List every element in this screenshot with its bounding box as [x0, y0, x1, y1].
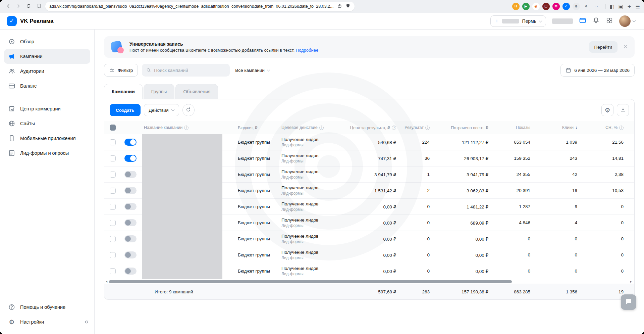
- balance-icon: [8, 82, 15, 90]
- ext-vk[interactable]: ✓: [562, 3, 570, 10]
- sidebar-item-mobile-apps[interactable]: Мобильные приложения: [4, 131, 90, 146]
- filter-button[interactable]: Фильтр: [104, 64, 138, 77]
- cpr-cell: 0,00 ₽: [348, 220, 399, 226]
- clicks-cell: 0: [533, 236, 580, 241]
- ext-globe[interactable]: ⊕: [573, 3, 580, 10]
- banner-close-button[interactable]: [623, 44, 629, 50]
- scroll-left-icon[interactable]: ◂: [106, 279, 107, 284]
- row-checkbox[interactable]: [104, 172, 119, 178]
- forward-button[interactable]: [14, 2, 23, 11]
- campaign-toggle[interactable]: [124, 155, 137, 162]
- sidebar-item-settings[interactable]: ⚙ Настройки: [4, 315, 90, 329]
- sidebar-item-lead-forms[interactable]: Лид-формы и опросы: [4, 146, 90, 160]
- row-checkbox[interactable]: [104, 155, 119, 161]
- campaign-toggle[interactable]: [124, 139, 137, 146]
- date-range-picker[interactable]: 6 янв 2026 — 28 мар 2026: [560, 64, 635, 77]
- actions-dropdown[interactable]: Действия: [144, 104, 179, 116]
- apps-grid-icon[interactable]: [606, 17, 613, 26]
- row-checkbox[interactable]: [104, 220, 119, 226]
- budget-cell: Бюджет группы: [234, 156, 278, 161]
- ext-card[interactable]: ▭: [593, 3, 600, 10]
- payment-card-icon[interactable]: [579, 17, 586, 26]
- result-cell: 224: [399, 140, 432, 145]
- column-header[interactable]: Потрачено всего, ₽: [432, 125, 491, 130]
- column-header[interactable]: Цена за результат, ₽: [348, 125, 399, 130]
- column-header[interactable]: Клики↓: [533, 125, 580, 130]
- campaign-toggle[interactable]: [124, 171, 137, 178]
- horizontal-scrollbar[interactable]: ◂ ▸: [104, 279, 634, 284]
- ext-play[interactable]: ▶: [522, 3, 530, 10]
- sidebar-collapse-button[interactable]: [84, 319, 90, 326]
- row-checkbox[interactable]: [104, 204, 119, 210]
- campaign-scope-select[interactable]: Все кампании: [234, 68, 271, 73]
- table-settings-button[interactable]: ⚙: [601, 104, 613, 116]
- cr-cell: 0: [580, 220, 634, 225]
- menu-icon[interactable]: ☰: [636, 4, 640, 9]
- ext-screen[interactable]: ▢: [542, 3, 550, 10]
- column-header[interactable]: Целевое действие: [278, 125, 348, 130]
- side-panel-icon[interactable]: ◧: [610, 4, 614, 9]
- sidebar-item-help[interactable]: Помощь и обучение: [4, 300, 90, 315]
- tab-campaigns[interactable]: Кампании: [104, 84, 143, 99]
- create-button[interactable]: Создать: [110, 104, 141, 116]
- sidebar-item-campaigns[interactable]: Кампании: [4, 49, 90, 64]
- sidebar-item-audiences[interactable]: Аудитории: [4, 64, 90, 79]
- share-icon[interactable]: [337, 3, 342, 10]
- select-all-checkbox[interactable]: [104, 125, 119, 131]
- campaign-toggle[interactable]: [124, 235, 137, 242]
- search-box[interactable]: [142, 64, 230, 77]
- row-checkbox[interactable]: [104, 188, 119, 194]
- search-input[interactable]: [154, 68, 226, 73]
- notifications-bell-icon[interactable]: [592, 17, 600, 26]
- wand-icon[interactable]: ✦: [627, 4, 632, 9]
- scrollbar-thumb[interactable]: [109, 280, 512, 283]
- scroll-right-icon[interactable]: ▸: [630, 279, 632, 284]
- banner-more-link[interactable]: Подробнее: [296, 48, 318, 53]
- sidebar-item-overview[interactable]: Обзор: [4, 34, 90, 49]
- spent-cell: 121 112,27 ₽: [432, 140, 491, 145]
- campaign-toggle[interactable]: [124, 219, 137, 226]
- tab-ads[interactable]: Объявления: [175, 84, 218, 99]
- ext-h[interactable]: H: [512, 3, 520, 10]
- row-checkbox[interactable]: [104, 252, 119, 258]
- reload-icon: [26, 3, 31, 10]
- ext-record[interactable]: ◉: [532, 3, 540, 10]
- row-checkbox[interactable]: [104, 139, 119, 145]
- promo-banner: Универсальная запись Пост от имени сообщ…: [104, 36, 635, 58]
- account-selector[interactable]: Пермь: [490, 15, 546, 27]
- campaign-toggle[interactable]: [124, 268, 137, 275]
- row-checkbox[interactable]: [104, 268, 119, 274]
- result-cell: 1: [399, 172, 432, 177]
- url-text: ads.vk.com/hq/dashboard/ad_plans?sudo=0a…: [49, 4, 334, 9]
- column-header[interactable]: CR, %: [580, 125, 634, 130]
- tabs: КампанииГруппыОбъявления: [104, 84, 635, 99]
- campaign-toggle[interactable]: [124, 187, 137, 194]
- refresh-button[interactable]: [182, 104, 195, 116]
- address-bar[interactable]: ads.vk.com/hq/dashboard/ad_plans?sudo=0a…: [45, 2, 355, 11]
- sidebar-item-sites[interactable]: Сайты: [4, 116, 90, 131]
- sidebar-item-balance[interactable]: Баланс: [4, 79, 90, 93]
- windows-icon[interactable]: ▣: [619, 4, 623, 9]
- column-header[interactable]: Название кампании: [141, 125, 234, 130]
- column-header[interactable]: Показы: [491, 125, 533, 130]
- cpr-cell: 0,00 ₽: [348, 204, 399, 209]
- banner-go-button[interactable]: Перейти: [589, 41, 618, 53]
- profile-menu[interactable]: [619, 15, 635, 27]
- campaign-toggle[interactable]: [124, 203, 137, 210]
- ext-puzzle[interactable]: ❖: [583, 3, 590, 10]
- sidebar-item-label: Помощь и обучение: [20, 304, 65, 310]
- bookmark-icon[interactable]: [36, 3, 42, 10]
- sidebar-item-commerce[interactable]: Центр коммерции: [4, 101, 90, 116]
- gear-icon: ⚙: [604, 107, 610, 113]
- column-header[interactable]: Бюджет, ₽: [234, 125, 278, 130]
- export-button[interactable]: [617, 104, 629, 116]
- campaign-toggle[interactable]: [124, 251, 137, 258]
- reload-button[interactable]: [24, 2, 33, 11]
- ext-m[interactable]: M: [552, 3, 560, 10]
- tab-groups[interactable]: Группы: [144, 84, 175, 99]
- column-header[interactable]: Результат: [399, 125, 432, 130]
- shield-icon[interactable]: [345, 3, 351, 10]
- back-button[interactable]: [4, 2, 13, 11]
- support-chat-widget[interactable]: [621, 294, 636, 310]
- row-checkbox[interactable]: [104, 236, 119, 242]
